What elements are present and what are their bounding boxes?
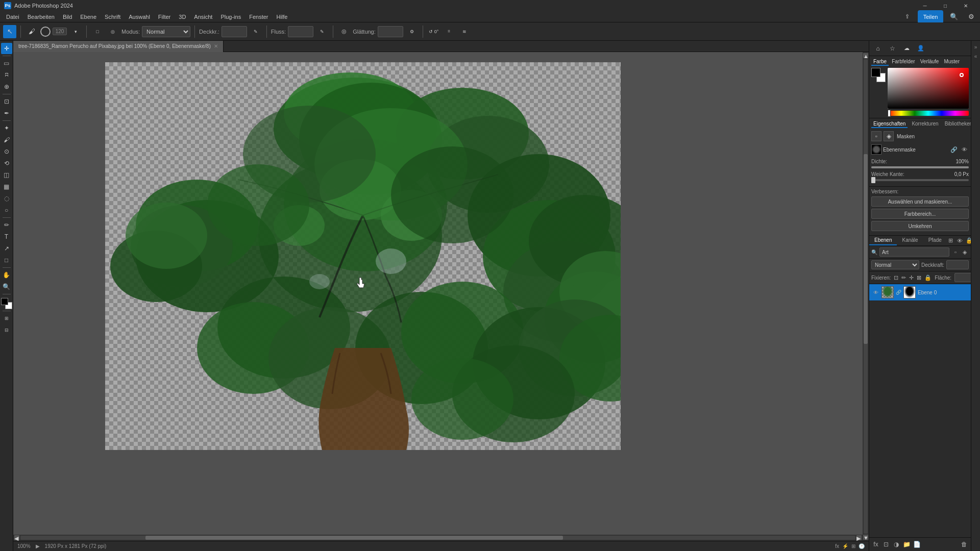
menu-ansicht[interactable]: Ansicht <box>190 13 216 21</box>
strip-expand-btn[interactable]: « <box>972 52 980 60</box>
eraser-btn[interactable]: ◫ <box>1 169 12 181</box>
menu-bearbeiten[interactable]: Bearbeiten <box>23 13 59 21</box>
teilen-button[interactable]: Teilen <box>918 10 943 23</box>
type-btn[interactable]: T <box>1 231 12 242</box>
menu-hilfe[interactable]: Hilfe <box>272 13 291 21</box>
new-group-btn[interactable]: 📁 <box>902 540 911 549</box>
tab-bibliotheken[interactable]: Bibliotheken <box>943 120 971 128</box>
symmetry-btn[interactable]: ⌗ <box>443 25 456 38</box>
color-tab-farbe[interactable]: Farbe <box>871 58 889 66</box>
lock-pixels-btn[interactable]: ✏ <box>901 273 906 282</box>
layers-lock-icon[interactable]: 🔒 <box>965 237 971 245</box>
tab-korrekturen[interactable]: Korrekturen <box>910 120 940 128</box>
scroll-left-btn[interactable]: ◀ <box>14 535 19 540</box>
canvas-scroll[interactable]: ▲ ▼ ◀ ▶ <box>13 52 869 541</box>
menu-ebene[interactable]: Ebene <box>76 13 101 21</box>
dichte-slider[interactable] <box>871 166 969 168</box>
layer-0-visibility[interactable]: 👁 <box>872 289 879 296</box>
fluss-input[interactable]: 100% <box>288 26 313 37</box>
brush-mode-icon[interactable]: □ <box>91 25 104 38</box>
filter-pixel-icon[interactable]: ▫ <box>951 248 960 256</box>
scroll-up-btn[interactable]: ▲ <box>863 53 868 58</box>
deckkraft-input-layers[interactable]: 100% <box>946 260 969 269</box>
airbrush-toggle[interactable]: ◎ <box>337 25 351 38</box>
move-tool-btn[interactable]: ✛ <box>1 43 12 54</box>
panel-bookmark-icon[interactable]: ☆ <box>886 42 899 55</box>
layer-filter-input[interactable] <box>879 247 949 257</box>
extra-btn[interactable]: ≋ <box>458 25 471 38</box>
healing-brush-btn[interactable]: ✦ <box>1 122 12 134</box>
fg-color-swatch[interactable] <box>871 68 880 77</box>
tab-kanale[interactable]: Kanäle <box>897 236 923 245</box>
mask-mode-btn[interactable]: ⊞ <box>1 313 12 324</box>
lock-transparent-btn[interactable]: ⊡ <box>894 273 898 282</box>
screen-mode-btn[interactable]: ⊟ <box>1 324 12 336</box>
color-tab-farbfelder[interactable]: Farbfelder <box>890 58 917 66</box>
tab-close-btn[interactable]: ✕ <box>214 43 218 49</box>
weiche-kante-thumb[interactable] <box>871 177 875 183</box>
eyedropper-btn[interactable]: ✒ <box>1 108 12 119</box>
hue-slider[interactable] <box>888 111 969 116</box>
crop-btn[interactable]: ⊡ <box>1 96 12 107</box>
lock-all-btn[interactable]: 🔒 <box>924 273 932 282</box>
modus-select[interactable]: Normal Aufhellen Abdunkeln Multipliziere… <box>142 26 190 37</box>
brush-size-circle[interactable] <box>40 27 51 37</box>
stamp-btn[interactable]: ⊙ <box>1 146 12 157</box>
deckkraft-input[interactable]: 100% <box>222 26 247 37</box>
history-brush-btn[interactable]: ⟲ <box>1 158 12 169</box>
brush-tool[interactable]: 🖌 <box>25 25 38 38</box>
menu-bild[interactable]: Bild <box>59 13 76 21</box>
em-vis-btn[interactable]: 👁 <box>960 145 969 154</box>
lock-artboard-btn[interactable]: ⊠ <box>917 273 921 282</box>
strip-collapse-btn[interactable]: » <box>972 43 980 51</box>
share-icon[interactable]: ⇪ <box>900 10 914 23</box>
menu-3d[interactable]: 3D <box>175 13 190 21</box>
path-select-btn[interactable]: ↗ <box>1 243 12 254</box>
vertical-scrollbar[interactable]: ▲ ▼ <box>863 52 869 541</box>
verbessern-btn-farbbereich[interactable]: Farbbereich... <box>871 209 969 219</box>
menu-schrift[interactable]: Schrift <box>101 13 125 21</box>
horizontal-scrollbar[interactable]: ◀ ▶ <box>13 535 863 541</box>
tab-ebenen[interactable]: Ebenen <box>869 236 897 245</box>
scroll-thumb[interactable] <box>864 154 868 344</box>
layer-item-0[interactable]: 👁 🔗 Ebene 0 <box>869 284 971 301</box>
filter-adjust-icon[interactable]: ◈ <box>961 248 969 256</box>
color-tab-verlaufe[interactable]: Verläufe <box>918 58 941 66</box>
brush-settings-btn[interactable]: ▾ <box>69 25 82 38</box>
tab-pfade[interactable]: Pfade <box>923 236 947 245</box>
new-layer-btn[interactable]: 📄 <box>912 540 921 549</box>
weiche-kante-slider[interactable] <box>871 179 969 181</box>
menu-datei[interactable]: Datei <box>2 13 23 21</box>
hscroll-thumb[interactable] <box>145 536 563 540</box>
fg-bg-color-swatch[interactable] <box>1 298 12 309</box>
delete-layer-btn[interactable]: 🗑 <box>960 540 969 549</box>
layer-0-link-icon[interactable]: 🔗 <box>896 290 901 295</box>
color-tab-muster[interactable]: Muster <box>942 58 962 66</box>
dodge-btn[interactable]: ○ <box>1 205 12 216</box>
menu-auswahl[interactable]: Auswahl <box>125 13 154 21</box>
em-link-btn[interactable]: 🔗 <box>949 145 959 154</box>
zoom-btn[interactable]: 🔍 <box>1 281 12 292</box>
selection-rect-btn[interactable]: ▭ <box>1 58 12 69</box>
search-icon[interactable]: 🔍 <box>947 10 961 23</box>
menu-fenster[interactable]: Fenster <box>245 13 272 21</box>
panel-person-icon[interactable]: 👤 <box>914 42 927 55</box>
add-adjustment-btn[interactable]: ◑ <box>892 540 901 549</box>
menu-filter[interactable]: Filter <box>154 13 175 21</box>
scroll-down-btn[interactable]: ▼ <box>863 535 868 540</box>
pixel-mask-icon[interactable]: ▫ <box>871 131 881 141</box>
verbessern-btn-auswahlen[interactable]: Auswählen und maskieren... <box>871 196 969 207</box>
pen-btn[interactable]: ✏ <box>1 219 12 231</box>
move-tool[interactable]: ↖ <box>3 25 16 38</box>
brush-size-value[interactable]: 120 <box>53 28 67 35</box>
hue-slider-thumb[interactable] <box>888 110 891 117</box>
blend-mode-select[interactable]: Normal Aufhellen Abdunkeln Multipliziere… <box>871 260 919 269</box>
layers-grid-icon[interactable]: ⊞ <box>947 237 955 245</box>
lock-position-btn[interactable]: ✛ <box>909 273 914 282</box>
tab-eigenschaften[interactable]: Eigenschaften <box>871 120 908 128</box>
hand-btn[interactable]: ✋ <box>1 269 12 281</box>
add-fx-btn[interactable]: fx <box>871 540 880 549</box>
glattung-settings[interactable]: ⚙ <box>405 25 419 38</box>
shape-btn[interactable]: □ <box>1 255 12 266</box>
panel-cloud-icon[interactable]: ☁ <box>900 42 913 55</box>
